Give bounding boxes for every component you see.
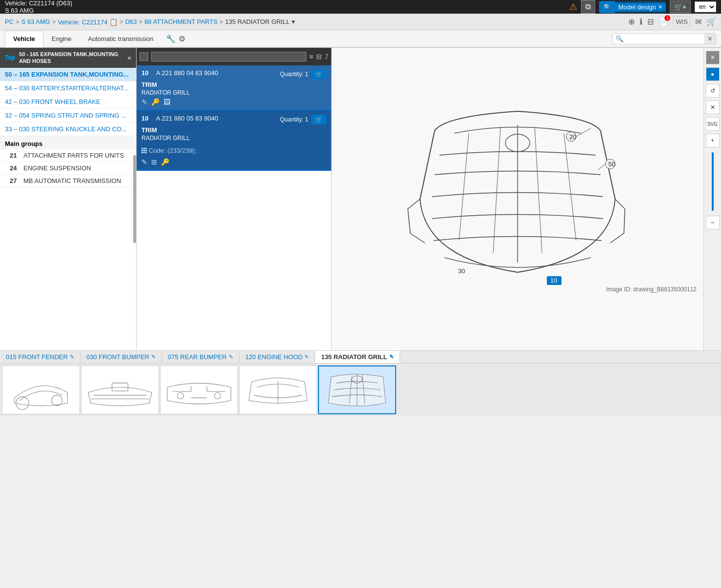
parts-search-input[interactable] [151,52,306,61]
tab-icon-settings[interactable]: ⚙ [179,34,185,43]
copy-button[interactable]: ⧉ [581,0,595,14]
thumb-edit-icon-2[interactable]: ✎ [229,354,233,360]
thumb-edit-icon-1[interactable]: ✎ [151,354,156,360]
diagram-close-button[interactable]: ✕ [706,51,720,64]
search-tag-close[interactable]: ✕ [658,4,662,10]
bottom-section: 015 FRONT FENDER ✎ 030 FRONT BUMPER ✎ 07… [0,350,721,416]
diagram-rotate-button[interactable]: ↺ [706,84,720,98]
thumbnail-015[interactable] [2,365,80,414]
thumbnail-svg-3 [240,366,317,414]
breadcrumb-s63[interactable]: S 63 AMG [21,18,50,25]
list-view-icon[interactable]: ≡ [309,53,313,61]
doc-icon[interactable]: 📄1 [659,17,668,26]
diagram-svg: 20 50 30 10 [405,101,630,297]
cart-icon[interactable]: 🛒 [706,17,716,26]
svg-text:20: 20 [569,133,576,141]
sidebar-main-item-27[interactable]: 27 MB AUTOMATIC TRANSMISSION [0,175,136,187]
sidebar-main-item-21[interactable]: 21 ATTACHMENT PARTS FOR UNITS [0,149,136,162]
tab-bar: Vehicle Engine Automatic transmission 🔧 … [0,30,721,48]
header-search[interactable]: 🔍 Model design ✕ [599,1,665,13]
sidebar-item-33-030[interactable]: 33 – 030 STEERING KNUCKLE AND CO... [0,122,136,136]
part-wrench-icon-0[interactable]: ✎ [141,98,147,106]
cart-add-button[interactable]: 🛒+ [670,0,691,13]
thumb-tab-135[interactable]: 135 RADIATOR GRILL ✎ [315,351,400,363]
thumbnails [0,364,721,416]
header-search-button[interactable]: 🔍 [600,1,615,13]
sidebar-item-42-030[interactable]: 42 – 030 FRONT WHEEL BRAKE [0,95,136,109]
part-code-info-1: Code: (233/239); [141,147,197,154]
color-picker[interactable] [140,52,148,61]
diagram-zoom-out-button[interactable]: − [706,216,720,229]
part-key-icon-1[interactable]: 🔑 [161,158,169,166]
diagram-zoom-in-button[interactable]: + [706,134,720,147]
part-item-1[interactable]: 10 A 221 880 05 83 9040 Quantity: 1 🛒 TR… [137,111,331,171]
diagram-svg-button[interactable]: SVG [706,117,720,131]
diagram-image-area: 20 50 30 10 Image ID: drawing_B881350001… [332,101,721,297]
search-tag: Model design ✕ [615,2,665,12]
tab-vehicle[interactable]: Vehicle [5,31,43,47]
top-bar-right: ⚠ ⧉ 🔍 Model design ✕ 🛒+ en de fr [569,0,716,14]
part-item-0[interactable]: 10 A 221 880 04 83 9040 Quantity: 1 🛒 TR… [137,65,331,111]
filter-icon[interactable]: ⊟ [647,17,654,26]
thumb-tab-120[interactable]: 120 ENGINE HOOD ✎ [240,351,316,363]
tab-icon-wrench[interactable]: 🔧 [166,34,176,43]
zoom-icon[interactable]: ⊕ [628,17,635,26]
sidebar-item-50-165[interactable]: 50 – 165 EXPANSION TANK,MOUNTING... [0,68,136,81]
breadcrumb-vehicle[interactable]: Vehicle: C221174 📋 [58,18,118,26]
chevron-down-icon[interactable]: ▾ [292,18,295,25]
tab-icons: 🔧 ⚙ [166,34,185,43]
diagram-zoom-slider[interactable] [712,152,714,211]
part-qty-0: Quantity: 1 🛒 [280,69,326,79]
breadcrumb-pc[interactable]: PC [5,18,14,25]
vehicle-model: S 63 AMG [5,7,72,14]
warning-icon[interactable]: ⚠ [569,1,577,12]
tab-automatic-transmission[interactable]: Automatic transmission [80,31,161,46]
sidebar-collapse-button[interactable]: « [127,54,131,61]
diagram-content: 20 50 30 10 Image ID: drawing_B881350001… [332,48,721,350]
thumb-edit-icon-3[interactable]: ✎ [304,354,309,360]
thumb-tab-075[interactable]: 075 REAR BUMPER ✎ [162,351,240,363]
diagram-circles-button[interactable]: ● [706,67,720,81]
sidebar-header: Top 50 - 165 EXPANSION TANK,MOUNTING AND… [0,48,136,68]
add-to-cart-button-1[interactable]: 🛒 [311,115,326,124]
thumbnail-120[interactable] [239,365,317,414]
parts-list: 10 A 221 880 04 83 9040 Quantity: 1 🛒 TR… [137,65,331,350]
breadcrumb-d63[interactable]: D63 [125,18,137,25]
export-icon[interactable]: ⤴ [325,53,328,61]
diagram-panel: 20 50 30 10 Image ID: drawing_B881350001… [332,48,721,350]
thumb-tab-030-front[interactable]: 030 FRONT BUMPER ✎ [80,351,162,363]
thumbnail-030[interactable] [81,365,159,414]
sidebar: Top 50 - 165 EXPANSION TANK,MOUNTING AND… [0,48,137,350]
language-select[interactable]: en de fr [695,1,716,12]
tab-engine[interactable]: Engine [43,31,80,46]
add-to-cart-button-0[interactable]: 🛒 [311,69,326,79]
sidebar-top-label[interactable]: Top [5,54,15,61]
grid-view-icon[interactable]: ⊟ [316,53,322,61]
part-image-icon-0[interactable]: 🖼 [163,98,170,106]
wis-icon[interactable]: WIS [673,17,690,27]
svg-point-11 [52,395,62,406]
sidebar-main-item-24[interactable]: 24 ENGINE SUSPENSION [0,162,136,175]
mail-icon[interactable]: ✉ [695,17,701,26]
thumb-edit-icon-4[interactable]: ✎ [389,354,394,360]
part-table-icon-1[interactable]: ⊞ [151,158,157,166]
thumbnail-075[interactable] [160,365,238,414]
tab-search: 🔍 ✕ [612,33,716,44]
tab-search-input[interactable] [626,34,704,43]
diagram-x-button[interactable]: ✕ [706,101,720,114]
sidebar-scrollbar[interactable] [133,155,136,243]
sidebar-item-32-054[interactable]: 32 – 054 SPRING STRUT AND SPRING ... [0,109,136,122]
part-key-icon-0[interactable]: 🔑 [151,98,160,106]
thumbnail-135[interactable] [318,365,396,414]
part-wrench-icon-1[interactable]: ✎ [141,158,147,166]
tab-search-close[interactable]: ✕ [704,34,716,44]
sidebar-title: 50 - 165 EXPANSION TANK,MOUNTING AND HOS… [19,51,127,65]
thumb-tab-015[interactable]: 015 FRONT FENDER ✎ [0,351,80,363]
info-icon[interactable]: ℹ [640,17,642,26]
sidebar-item-54-030[interactable]: 54 – 030 BATTERY,STARTER/ALTERNAT... [0,81,136,95]
parts-toolbar: ≡ ⊟ ⤴ [137,48,331,65]
thumbnail-svg-2 [160,366,238,414]
svg-point-14 [215,392,221,399]
breadcrumb-attachment[interactable]: 88 ATTACHMENT PARTS [144,18,218,25]
thumb-edit-icon-0[interactable]: ✎ [70,354,74,360]
